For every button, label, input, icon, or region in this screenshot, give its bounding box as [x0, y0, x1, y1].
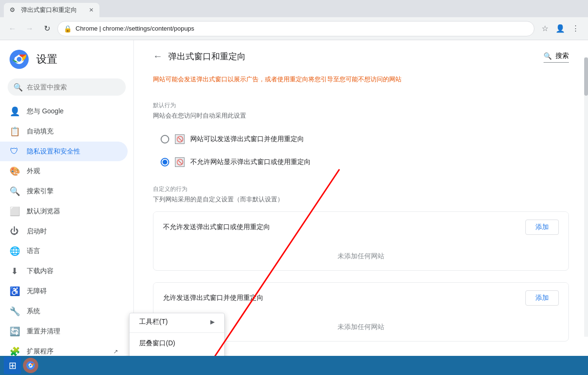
default-behavior-section: 默认行为 网站会在您访问时自动采用此设置 🚫 网站可以发送弹出式窗口并使用重定向… [134, 101, 588, 342]
main-content: ← 弹出式窗口和重定向 🔍 搜索 网站可能会发送弹出式窗口以展示广告，或者使用重… [134, 40, 588, 356]
forward-button[interactable]: → [23, 22, 36, 35]
radio-block-icon: 🚫 [175, 157, 185, 167]
bookmark-button[interactable]: ☆ [538, 22, 552, 35]
context-menu: 工具栏(T) ▶ 层叠窗口(D) 堆叠显示窗口(T) 并排显示窗口(I) 显示桌… [129, 313, 225, 356]
startup-icon: ⏻ [10, 226, 19, 236]
search-engine-icon: 🔍 [10, 186, 19, 197]
settings-page: 设置 🔍 👤 您与 Google 📋 自动填充 🛡 隐私设置和安 [0, 40, 588, 356]
sidebar-item-system[interactable]: 🔧 系统 [0, 301, 128, 321]
sidebar-item-label-privacy: 隐私设置和安全性 [27, 147, 80, 156]
reset-icon: 🔄 [10, 326, 19, 337]
appearance-icon: 🎨 [10, 166, 19, 176]
sidebar-item-label-startup: 启动时 [27, 227, 47, 236]
sidebar-item-startup[interactable]: ⏻ 启动时 [0, 221, 128, 241]
header-search-label: 搜索 [555, 52, 569, 60]
sidebar-item-label-a11y: 无障碍 [27, 287, 47, 296]
block-list-section: 不允许发送弹出式窗口或使用重定向 添加 未添加任何网站 [153, 211, 569, 271]
system-icon: 🔧 [10, 306, 19, 317]
taskbar-item-1[interactable] [23, 358, 38, 373]
privacy-icon: 🛡 [10, 146, 19, 156]
sidebar-item-language[interactable]: 🌐 语言 [0, 241, 128, 261]
chrome-taskbar-icon [26, 361, 35, 370]
browser-frame: ⚙ 弹出式窗口和重定向 ✕ ← → ↻ 🔒 Chrome | chrome://… [0, 0, 588, 375]
tab-title: 弹出式窗口和重定向 [21, 6, 77, 14]
sidebar-item-download[interactable]: ⬇ 下载内容 [0, 261, 128, 281]
scrollbar-thumb[interactable] [584, 57, 588, 96]
sidebar-item-browser[interactable]: ⬜ 默认浏览器 [0, 201, 128, 221]
context-menu-item-stack[interactable]: 堆叠显示窗口(T) [130, 352, 224, 356]
context-menu-item-cascade[interactable]: 层叠窗口(D) [130, 335, 224, 352]
custom-subtitle: 下列网站采用的是自定义设置（而非默认设置） [153, 195, 569, 204]
sidebar-item-label-reset: 重置并清理 [27, 327, 60, 336]
settings-tab[interactable]: ⚙ 弹出式窗口和重定向 ✕ [4, 3, 99, 17]
profile-button[interactable]: 👤 [554, 22, 567, 35]
search-input[interactable] [27, 83, 120, 91]
browser-icon: ⬜ [10, 206, 19, 217]
sidebar-item-autofill[interactable]: 📋 自动填充 [0, 121, 128, 142]
custom-title: 自定义的行为 [153, 185, 569, 193]
browser-toolbar: ← → ↻ 🔒 Chrome | chrome://settings/conte… [0, 17, 588, 40]
block-list-header: 不允许发送弹出式窗口或使用重定向 添加 [153, 212, 568, 243]
header-search[interactable]: 🔍 搜索 [544, 50, 569, 63]
sidebar-item-a11y[interactable]: ♿ 无障碍 [0, 281, 128, 301]
sidebar: 设置 🔍 👤 您与 Google 📋 自动填充 🛡 隐私设置和安 [0, 40, 134, 356]
default-behavior-subtitle: 网站会在您访问时自动采用此设置 [153, 111, 569, 120]
allow-list-header: 允许发送弹出式窗口并使用重定向 添加 [153, 283, 568, 313]
back-button[interactable]: ← [6, 22, 19, 35]
google-icon: 👤 [10, 106, 19, 117]
autofill-icon: 📋 [10, 126, 19, 137]
allow-add-button[interactable]: 添加 [525, 290, 559, 306]
sidebar-item-google[interactable]: 👤 您与 Google [0, 101, 128, 121]
radio-block[interactable]: 🚫 不允许网站显示弹出式窗口或使用重定向 [153, 151, 569, 174]
external-link-icon: ↗ [113, 348, 118, 355]
sidebar-item-search[interactable]: 🔍 搜索引擎 [0, 181, 128, 201]
start-button[interactable]: ⊞ [4, 357, 21, 374]
sidebar-item-label-appearance: 外观 [27, 167, 40, 176]
toolbar-actions: ☆ 👤 ⋮ [538, 22, 582, 35]
block-list-label: 不允许发送弹出式窗口或使用重定向 [163, 223, 270, 232]
radio-allow-label: 网站可以发送弹出式窗口并使用重定向 [190, 135, 304, 143]
page-header: ← 弹出式窗口和重定向 🔍 搜索 [134, 40, 588, 71]
context-menu-item-toolbar[interactable]: 工具栏(T) ▶ [130, 313, 224, 331]
radio-allow[interactable]: 🚫 网站可以发送弹出式窗口并使用重定向 [153, 128, 569, 151]
url-display: Chrome | chrome://settings/content/popup… [76, 25, 528, 32]
sidebar-item-label-language: 语言 [27, 247, 40, 255]
default-behavior-title: 默认行为 [153, 101, 569, 110]
app-title: 设置 [36, 52, 57, 66]
radio-group: 🚫 网站可以发送弹出式窗口并使用重定向 🚫 不允许网站显示弹出式窗口或使用重定向 [153, 128, 569, 174]
menu-separator-1 [130, 332, 224, 333]
radio-allow-icon: 🚫 [175, 134, 185, 144]
svg-point-3 [17, 57, 22, 62]
block-add-button[interactable]: 添加 [525, 220, 559, 235]
sidebar-item-label-system: 系统 [27, 307, 40, 316]
back-button-settings[interactable]: ← [153, 51, 163, 62]
sidebar-item-label-extensions: 扩展程序 [27, 347, 54, 356]
tab-favicon: ⚙ [10, 6, 17, 14]
more-button[interactable]: ⋮ [569, 22, 582, 35]
taskbar-items [23, 358, 38, 373]
download-icon: ⬇ [10, 266, 19, 276]
sidebar-item-extensions[interactable]: 🧩 扩展程序 ↗ [0, 342, 128, 356]
address-bar[interactable]: 🔒 Chrome | chrome://settings/content/pop… [57, 21, 534, 36]
sidebar-item-privacy[interactable]: 🛡 隐私设置和安全性 [0, 142, 128, 161]
sidebar-header: 设置 [0, 44, 133, 78]
sidebar-item-reset[interactable]: 🔄 重置并清理 [0, 321, 128, 342]
tab-close-button[interactable]: ✕ [89, 7, 94, 13]
tab-bar: ⚙ 弹出式窗口和重定向 ✕ [0, 0, 588, 17]
header-search-icon: 🔍 [544, 52, 552, 60]
reload-button[interactable]: ↻ [40, 22, 54, 35]
sidebar-item-label-google: 您与 Google [27, 107, 64, 116]
search-bar[interactable]: 🔍 [8, 78, 126, 96]
radio-allow-circle [161, 135, 169, 143]
page-title: 弹出式窗口和重定向 [168, 51, 246, 62]
radio-block-label: 不允许网站显示弹出式窗口或使用重定向 [190, 158, 311, 166]
allow-list-label: 允许发送弹出式窗口并使用重定向 [163, 294, 263, 302]
a11y-icon: ♿ [10, 286, 19, 297]
taskbar: ⊞ [0, 356, 588, 375]
lock-icon: 🔒 [64, 25, 72, 33]
page-wrapper: 设置 🔍 👤 您与 Google 📋 自动填充 🛡 隐私设置和安 [0, 40, 588, 356]
sidebar-item-label-search: 搜索引擎 [27, 187, 54, 196]
scrollbar-track [584, 57, 588, 337]
sidebar-item-label-download: 下载内容 [27, 267, 54, 276]
sidebar-item-appearance[interactable]: 🎨 外观 [0, 161, 128, 181]
